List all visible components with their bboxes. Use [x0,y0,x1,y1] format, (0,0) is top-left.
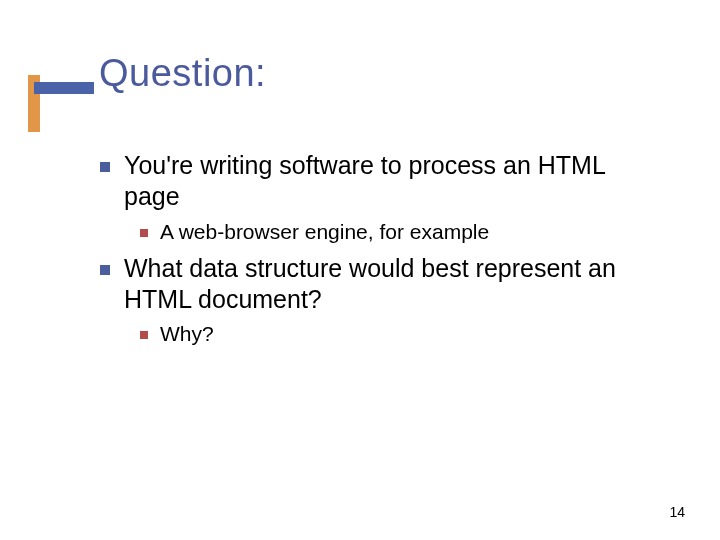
sub-bullet-text: A web-browser engine, for example [160,219,489,245]
sub-bullet-text: Why? [160,321,214,347]
page-number: 14 [669,504,685,520]
sub-bullet-item: A web-browser engine, for example [140,219,660,245]
slide: Question: You're writing software to pro… [0,0,720,540]
bullet-item: You're writing software to process an HT… [100,150,660,213]
bullet-marker-icon [100,162,110,172]
bullet-text: You're writing software to process an HT… [124,150,660,213]
blue-block [34,82,94,94]
slide-title: Question: [99,52,266,95]
bullet-marker-icon [100,265,110,275]
sub-bullet-item: Why? [140,321,660,347]
bullet-item: What data structure would best represent… [100,253,660,316]
slide-content: You're writing software to process an HT… [100,150,660,356]
bullet-text: What data structure would best represent… [124,253,660,316]
sub-bullet-marker-icon [140,331,148,339]
title-decoration [28,75,88,132]
sub-bullet-marker-icon [140,229,148,237]
